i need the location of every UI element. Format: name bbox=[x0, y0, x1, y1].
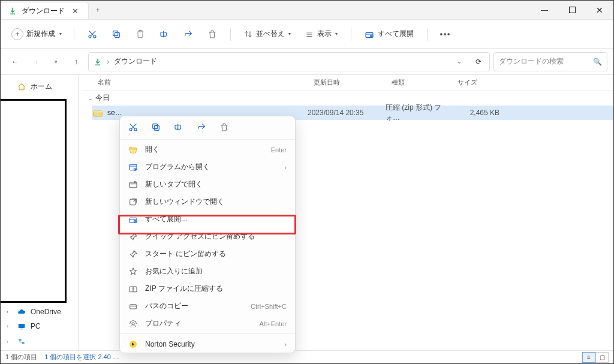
svg-point-2 bbox=[94, 35, 96, 38]
ctx-new-window[interactable]: 新しいウィンドウで開く bbox=[120, 193, 295, 210]
svg-point-30 bbox=[132, 323, 134, 325]
ctx-properties-shortcut: Alt+Enter bbox=[259, 320, 287, 327]
ctx-copy-path-label: パスのコピー bbox=[145, 301, 188, 311]
redacted-area bbox=[0, 99, 67, 303]
ctx-norton[interactable]: Norton Security › bbox=[120, 335, 295, 353]
new-button[interactable]: ＋ 新規作成 ▾ bbox=[7, 26, 67, 43]
sidebar-item-network[interactable]: › bbox=[1, 333, 78, 350]
paste-button[interactable] bbox=[130, 25, 151, 44]
ctx-properties[interactable]: プロパティ Alt+Enter bbox=[120, 315, 295, 332]
minimize-button[interactable]: ― bbox=[531, 1, 558, 19]
chevron-right-icon: › bbox=[284, 341, 287, 348]
ctx-pin-start-label: スタート にピン留めする bbox=[145, 249, 226, 259]
titlebar: ダウンロード ✕ ＋ ― ✕ bbox=[1, 1, 613, 20]
list-icon bbox=[305, 30, 314, 38]
rename-icon[interactable] bbox=[174, 122, 183, 132]
back-button[interactable]: ← bbox=[7, 53, 23, 70]
sort-label: 並べ替え bbox=[256, 29, 285, 39]
delete-icon[interactable] bbox=[219, 122, 229, 132]
ctx-open-with[interactable]: プログラムから開く › bbox=[120, 158, 295, 176]
ctx-open-label: 開く bbox=[145, 145, 159, 155]
navrow: ← → ▾ ↑ › ダウンロード ⌄ ⟳ ダウンロードの検索 🔍 bbox=[1, 49, 613, 75]
copy-icon[interactable] bbox=[151, 122, 161, 132]
ctx-extract-all[interactable]: すべて展開... bbox=[120, 210, 295, 228]
search-input[interactable]: ダウンロードの検索 🔍 bbox=[493, 52, 607, 71]
extract-icon bbox=[128, 215, 138, 224]
sidebar-item-onedrive[interactable]: › OneDrive bbox=[1, 305, 78, 319]
share-icon[interactable] bbox=[197, 122, 206, 132]
cloud-icon bbox=[17, 308, 26, 316]
ctx-open[interactable]: 開く Enter bbox=[120, 141, 295, 158]
sort-button[interactable]: 並べ替え ▾ bbox=[238, 25, 297, 44]
search-placeholder: ダウンロードの検索 bbox=[499, 56, 564, 67]
open-with-icon bbox=[128, 163, 138, 172]
sidebar-home-label: ホーム bbox=[31, 82, 52, 92]
share-button[interactable] bbox=[177, 25, 199, 44]
svg-rect-4 bbox=[113, 31, 118, 35]
home-icon bbox=[17, 83, 26, 91]
recent-button[interactable]: ▾ bbox=[47, 53, 64, 70]
ctx-new-window-label: 新しいウィンドウで開く bbox=[145, 197, 224, 207]
ctx-pin-start[interactable]: スタート にピン留めする bbox=[120, 245, 295, 263]
column-headers[interactable]: 名前 更新日時 種類 サイズ bbox=[82, 75, 613, 91]
col-type[interactable]: 種類 bbox=[392, 78, 458, 87]
ctx-zip[interactable]: ZIP ファイルに圧縮する bbox=[120, 280, 295, 297]
col-name[interactable]: 名前 bbox=[98, 78, 314, 87]
chevron-right-icon[interactable]: › bbox=[7, 309, 13, 315]
refresh-button[interactable]: ⟳ bbox=[472, 58, 484, 66]
group-today[interactable]: ⌄ 今日 bbox=[82, 91, 613, 106]
tab-downloads[interactable]: ダウンロード ✕ bbox=[1, 2, 89, 19]
new-tab-icon bbox=[128, 180, 138, 189]
sidebar-item-pc[interactable]: › PC bbox=[1, 319, 78, 333]
col-size[interactable]: サイズ bbox=[458, 78, 505, 87]
ctx-new-tab[interactable]: 新しいタブで開く bbox=[120, 176, 295, 193]
breadcrumb-loc[interactable]: ダウンロード bbox=[114, 56, 157, 67]
ctx-zip-label: ZIP ファイルに圧縮する bbox=[145, 284, 223, 294]
svg-rect-16 bbox=[97, 111, 98, 116]
norton-icon bbox=[128, 339, 138, 349]
cut-icon[interactable] bbox=[128, 122, 138, 132]
rename-button[interactable] bbox=[154, 25, 175, 44]
ctx-copy-path-shortcut: Ctrl+Shift+C bbox=[251, 303, 287, 310]
close-button[interactable]: ✕ bbox=[586, 1, 613, 19]
sidebar-more-label bbox=[31, 336, 52, 347]
window-controls: ― ✕ bbox=[531, 1, 613, 19]
up-button[interactable]: ↑ bbox=[68, 53, 85, 70]
col-date[interactable]: 更新日時 bbox=[314, 78, 392, 87]
toolbar: ＋ 新規作成 ▾ 並べ替え ▾ 表示 ▾ すべて展開 ••• bbox=[1, 20, 613, 49]
new-tab-button[interactable]: ＋ bbox=[89, 1, 107, 19]
ctx-properties-label: プロパティ bbox=[145, 318, 181, 329]
svg-point-17 bbox=[130, 128, 132, 131]
chevron-down-icon: ▾ bbox=[335, 31, 338, 37]
file-type: 圧縮 (zip 形式) フォ… bbox=[386, 103, 452, 123]
ctx-open-shortcut: Enter bbox=[271, 146, 287, 154]
download-icon bbox=[8, 7, 17, 15]
star-icon bbox=[128, 267, 138, 276]
svg-point-18 bbox=[134, 128, 137, 131]
status-count: 1 個の項目 bbox=[5, 353, 37, 362]
forward-button[interactable]: → bbox=[27, 53, 44, 70]
copy-button[interactable] bbox=[106, 25, 127, 44]
chevron-down-icon[interactable]: ⌄ bbox=[457, 59, 462, 65]
extract-all-toolbar[interactable]: すべて展開 bbox=[359, 25, 420, 44]
delete-button[interactable] bbox=[201, 25, 223, 44]
sidebar-item-home[interactable]: ホーム bbox=[1, 79, 78, 95]
ctx-favorite-label: お気に入りに追加 bbox=[145, 266, 203, 276]
maximize-button[interactable] bbox=[558, 1, 586, 19]
tab-title: ダウンロード bbox=[22, 6, 65, 16]
ctx-copy-path[interactable]: パスのコピー Ctrl+Shift+C bbox=[120, 297, 295, 315]
chevron-right-icon[interactable]: › bbox=[7, 323, 13, 329]
more-button[interactable]: ••• bbox=[435, 25, 456, 44]
search-icon: 🔍 bbox=[593, 58, 602, 66]
ctx-pin-quick[interactable]: クイック アクセスにピン留めする bbox=[120, 228, 295, 245]
chevron-right-icon[interactable]: › bbox=[7, 339, 13, 345]
thumbnails-view-button[interactable]: ▢ bbox=[595, 352, 609, 363]
svg-rect-20 bbox=[153, 124, 158, 129]
svg-rect-29 bbox=[130, 304, 137, 308]
address-bar[interactable]: › ダウンロード ⌄ ⟳ bbox=[88, 52, 490, 71]
cut-button[interactable] bbox=[82, 25, 103, 44]
ctx-favorite[interactable]: お気に入りに追加 bbox=[120, 263, 295, 280]
details-view-button[interactable]: ≡ bbox=[582, 352, 595, 363]
view-button[interactable]: 表示 ▾ bbox=[299, 25, 344, 44]
tab-close[interactable]: ✕ bbox=[70, 7, 81, 16]
